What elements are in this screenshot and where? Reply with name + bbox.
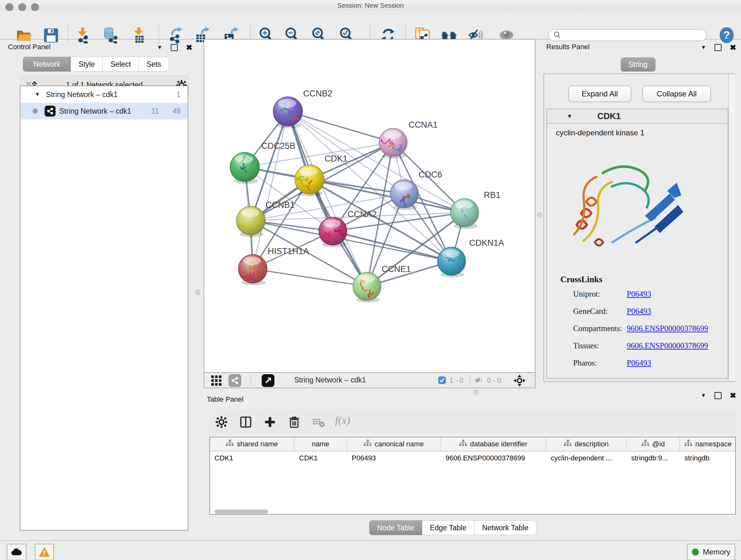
- results-panel-close-icon[interactable]: ✖: [730, 45, 736, 51]
- tab-select[interactable]: Select: [103, 57, 139, 71]
- table-cell[interactable]: P06493: [347, 454, 441, 462]
- search-icon: [553, 31, 561, 39]
- import-table-icon[interactable]: [130, 26, 148, 44]
- table-settings-gear-icon[interactable]: [215, 416, 228, 428]
- birds-eye-view-icon[interactable]: [262, 374, 274, 387]
- collapse-all-button[interactable]: Collapse All: [643, 85, 711, 102]
- column-label: @id: [652, 440, 665, 448]
- network-type-icon: [45, 106, 56, 117]
- crosslinks-heading: CrossLinks: [560, 274, 603, 285]
- table-cell[interactable]: stringdb:9...: [627, 454, 680, 462]
- crosslink-value-link[interactable]: P06493: [627, 359, 651, 376]
- help-icon[interactable]: ?: [718, 26, 736, 44]
- bottom-splitter-handle[interactable]: [473, 390, 478, 395]
- crosslink-label: Uniprot:: [573, 290, 627, 307]
- tab-string[interactable]: String: [621, 57, 656, 71]
- protein-collapse-icon[interactable]: ▼: [567, 113, 572, 120]
- column-header-namespace[interactable]: namespace: [680, 437, 736, 451]
- network-collection-row[interactable]: ▼ String Network – cdk1 1: [20, 86, 188, 103]
- table-panel-close-icon[interactable]: ✖: [730, 393, 736, 398]
- network-node-count: 11: [151, 107, 159, 116]
- memory-button[interactable]: Memory: [687, 544, 735, 560]
- network-node-CCNA1[interactable]: CCNA1: [378, 120, 438, 159]
- export-network-icon[interactable]: [167, 26, 185, 44]
- window-title: Session: New Session: [0, 2, 741, 9]
- search-box[interactable]: [548, 29, 707, 41]
- main-toolbar: ?: [0, 11, 741, 40]
- results-scrollbar[interactable]: [728, 74, 735, 381]
- table-cell[interactable]: CDK1: [210, 454, 294, 462]
- control-panel-menu-icon[interactable]: ▼: [157, 44, 162, 51]
- tab-style[interactable]: Style: [71, 57, 103, 71]
- network-row-label: String Network – cdk1: [59, 107, 131, 116]
- network-node-CCNE1[interactable]: CCNE1: [353, 264, 411, 303]
- warnings-button[interactable]: [35, 544, 54, 560]
- network-status-dot-icon: [32, 109, 38, 114]
- column-header-databaseidentifier[interactable]: database identifier: [441, 437, 546, 451]
- column-header-sharedname[interactable]: shared name: [210, 437, 294, 451]
- column-header-name[interactable]: name: [294, 437, 347, 451]
- tab-network[interactable]: Network: [23, 57, 71, 71]
- tab-network-table[interactable]: Network Table: [475, 520, 536, 535]
- crosslink-value-link[interactable]: 9606.ENSP00000378699: [627, 324, 708, 341]
- table-cell[interactable]: 9606.ENSP00000378699: [441, 454, 546, 462]
- tab-sets[interactable]: Sets: [139, 57, 169, 71]
- crosslink-value-link[interactable]: P06493: [627, 307, 651, 324]
- warning-icon: [39, 547, 50, 557]
- toolbar-separator: [470, 375, 470, 386]
- column-header-id[interactable]: @id: [627, 437, 680, 451]
- delete-column-icon[interactable]: [288, 416, 300, 428]
- results-panel-float-icon[interactable]: [715, 44, 722, 51]
- control-panel-float-icon[interactable]: [171, 44, 178, 51]
- tab-edge-table[interactable]: Edge Table: [422, 520, 475, 535]
- network-edge-CCNB2-RB1[interactable]: [288, 111, 465, 212]
- table-row[interactable]: CDK1CDK1P064939606.ENSP00000378699cyclin…: [210, 451, 735, 465]
- network-edge-CCNB2-CCNA1[interactable]: [288, 111, 393, 142]
- import-network-from-database-icon[interactable]: [102, 26, 120, 44]
- table-horizontal-scrollbar[interactable]: [214, 509, 268, 514]
- network-row[interactable]: String Network – cdk1 11 48: [20, 103, 188, 119]
- table-panel-float-icon[interactable]: [715, 392, 722, 399]
- network-node-CDC25B[interactable]: CDC25B: [230, 141, 295, 184]
- left-splitter-handle[interactable]: [195, 290, 200, 295]
- network-node-HIST1H1A[interactable]: HIST1H1A: [239, 246, 309, 286]
- network-node-CCNB1[interactable]: CCNB1: [237, 200, 295, 237]
- node-table-header: shared namenamecanonical namedatabase id…: [210, 437, 735, 451]
- protein-structure-image: [564, 145, 692, 269]
- grid-view-icon[interactable]: [211, 375, 222, 386]
- tab-node-table[interactable]: Node Table: [369, 520, 422, 535]
- selected-checkbox-icon[interactable]: [438, 376, 446, 386]
- table-panel-menu-icon[interactable]: ▼: [701, 392, 706, 399]
- crosslink-value-link[interactable]: P06493: [627, 290, 651, 307]
- add-column-icon[interactable]: [264, 416, 276, 428]
- protein-card-header[interactable]: ▼ CDK1: [547, 109, 728, 124]
- expand-all-button[interactable]: Expand All: [568, 85, 631, 102]
- column-label: canonical name: [375, 440, 424, 448]
- column-header-description[interactable]: description: [546, 437, 627, 451]
- network-node-RB1[interactable]: RB1: [451, 190, 501, 229]
- network-share-view-icon[interactable]: [228, 374, 241, 387]
- import-network-icon[interactable]: [74, 26, 92, 44]
- search-input[interactable]: [561, 31, 700, 39]
- network-edge-HIST1H1A-CCNE1[interactable]: [253, 269, 367, 287]
- table-cell[interactable]: stringdb: [680, 454, 736, 462]
- fit-content-crosshair-icon[interactable]: [513, 374, 526, 387]
- table-cell[interactable]: cyclin-dependent ...: [546, 454, 627, 462]
- sitemap-icon: [364, 440, 372, 449]
- hidden-eye-icon[interactable]: [474, 375, 484, 386]
- cloud-button[interactable]: [7, 544, 26, 560]
- right-splitter-handle[interactable]: [537, 212, 542, 217]
- network-node-CDC6[interactable]: CDC6: [390, 170, 442, 210]
- show-columns-icon[interactable]: [239, 416, 252, 428]
- network-node-CDKN1A[interactable]: CDKN1A: [437, 238, 504, 277]
- results-panel-menu-icon[interactable]: ▼: [701, 44, 706, 51]
- sitemap-icon: [226, 440, 233, 449]
- open-session-icon[interactable]: [15, 26, 32, 44]
- network-edge-CDK1-RB1[interactable]: [310, 179, 465, 212]
- crosslink-value-link[interactable]: 9606.ENSP00000378699: [627, 341, 708, 359]
- column-header-canonicalname[interactable]: canonical name: [347, 437, 441, 451]
- collection-expand-icon[interactable]: ▼: [35, 91, 40, 98]
- table-cell[interactable]: CDK1: [294, 454, 347, 462]
- control-panel-close-icon[interactable]: ✖: [186, 45, 192, 51]
- save-session-icon[interactable]: [42, 26, 60, 44]
